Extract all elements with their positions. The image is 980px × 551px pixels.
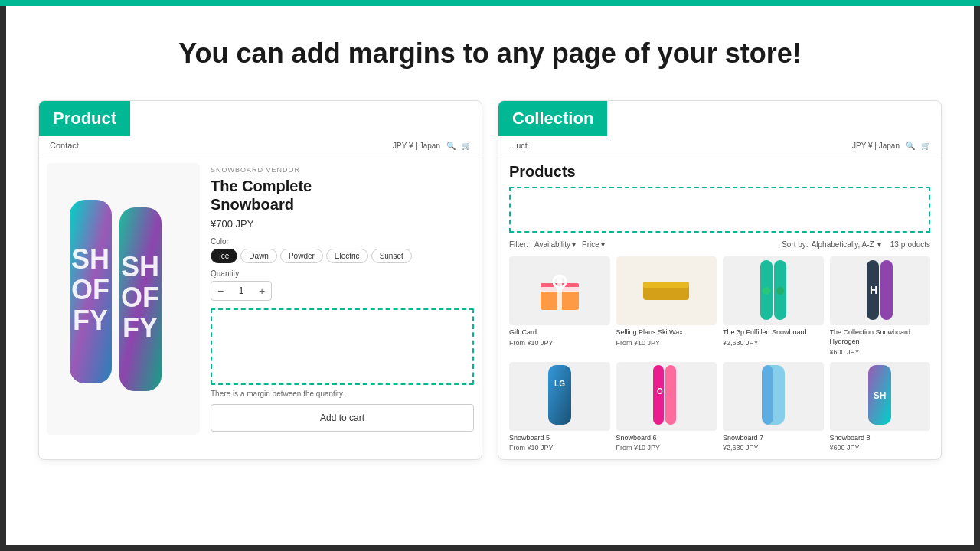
- collection-badge: Collection: [512, 109, 593, 128]
- collection-title: Products: [509, 163, 930, 181]
- sort-group: Sort by: Alphabetically, A-Z ▾ 13 produc…: [782, 240, 930, 249]
- qty-value: 1: [230, 285, 253, 296]
- grid-item-wax: Selling Plans Ski Wax From ¥10 JPY: [616, 256, 717, 355]
- color-options: Ice Dawn Powder Electric Sunset: [211, 249, 474, 263]
- grid-item-sb-green: The 3p Fulfilled Snowboard ¥2,630 JPY: [723, 256, 824, 355]
- qty-control: − 1 +: [211, 281, 272, 301]
- svg-text:SH: SH: [71, 243, 109, 275]
- qty-increase[interactable]: +: [253, 282, 271, 300]
- sb-dark-name: The Collection Snowboard: Hydrogen: [830, 328, 931, 346]
- product-image: SH OF FY SH OF FY: [58, 192, 188, 406]
- main-container: You can add margins to any page of your …: [6, 6, 974, 545]
- gift-card-name: Gift Card: [509, 328, 610, 337]
- svg-rect-20: [880, 260, 893, 320]
- svg-rect-14: [643, 282, 689, 288]
- grid-item-gift: Gift Card From ¥10 JPY: [509, 256, 610, 355]
- vendor-label: SNOWBOARD VENDOR: [211, 166, 474, 174]
- gift-card-img: [509, 256, 610, 325]
- price-chevron: ▾: [601, 240, 605, 249]
- collection-nav-contact[interactable]: ...uct: [509, 141, 528, 150]
- svg-point-18: [776, 287, 784, 295]
- collection-filters: Filter: Availability ▾ Price ▾ Sort by: …: [509, 240, 930, 249]
- svg-rect-25: [665, 365, 676, 425]
- sb-pink-name: Snowboard 6: [616, 434, 717, 443]
- svg-text:LG: LG: [554, 380, 565, 388]
- sb-dark-price: ¥600 JPY: [830, 348, 931, 356]
- wax-price: From ¥10 JPY: [616, 339, 717, 347]
- collection-search-icon[interactable]: 🔍: [906, 142, 915, 150]
- collection-card: Collection ...uct JPY ¥ | Japan 🔍 🛒 Prod…: [498, 100, 942, 460]
- product-details: SNOWBOARD VENDOR The Complete Snowboard …: [211, 163, 474, 435]
- svg-point-16: [763, 287, 770, 295]
- sb-green-img: [723, 256, 824, 325]
- svg-text:O: O: [657, 387, 663, 396]
- collection-dashed-box: [509, 187, 930, 233]
- grid-item-sb-blue: LG Snowboard 5 From ¥10 JPY: [509, 362, 610, 452]
- sb-blue-price: From ¥10 JPY: [509, 444, 610, 452]
- sb-pink-img: O: [616, 362, 717, 431]
- collection-body: Products Filter: Availability ▾ Price ▾: [498, 155, 941, 459]
- product-price: ¥700 JPY: [211, 218, 474, 230]
- color-label: Color: [211, 237, 474, 246]
- color-ice[interactable]: Ice: [211, 249, 237, 263]
- cards-row: Product Contact JPY ¥ | Japan 🔍 🛒: [38, 100, 942, 460]
- collection-nav: ...uct JPY ¥ | Japan 🔍 🛒: [498, 136, 941, 155]
- sb-blue-name: Snowboard 5: [509, 434, 610, 443]
- sort-chevron: ▾: [877, 240, 881, 249]
- margin-dashed-box: [211, 308, 474, 385]
- grid-item-sb-purple: SH Snowboard 8 ¥600 JPY: [830, 362, 931, 452]
- sort-value[interactable]: Alphabetically, A-Z: [812, 240, 874, 249]
- nav-contact[interactable]: Contact: [50, 141, 79, 150]
- wax-img: [616, 256, 717, 325]
- collection-nav-currency[interactable]: JPY ¥ | Japan: [852, 142, 900, 150]
- sb-dark-img: H: [830, 256, 931, 325]
- color-electric[interactable]: Electric: [326, 249, 368, 263]
- grid-item-sb-dark: H The Collection Snowboard: Hydrogen ¥60…: [830, 256, 931, 355]
- collection-cart-icon[interactable]: 🛒: [921, 142, 930, 150]
- svg-text:OF: OF: [71, 274, 109, 305]
- sb-light-name: Snowboard 7: [723, 434, 824, 443]
- sb-pink-price: From ¥10 JPY: [616, 444, 717, 452]
- add-to-cart-button[interactable]: Add to cart: [211, 404, 474, 432]
- svg-text:FY: FY: [122, 312, 158, 344]
- search-icon[interactable]: 🔍: [446, 142, 456, 150]
- svg-text:H: H: [870, 284, 877, 296]
- sort-label: Sort by:: [782, 240, 808, 249]
- page-headline: You can add margins to any page of your …: [178, 37, 801, 70]
- color-powder[interactable]: Powder: [280, 249, 323, 263]
- sb-blue-img: LG: [509, 362, 610, 431]
- grid-item-sb-pink: O Snowboard 6 From ¥10 JPY: [616, 362, 717, 452]
- sb-purple-img: SH: [830, 362, 931, 431]
- product-image-area: SH OF FY SH OF FY: [47, 163, 200, 435]
- svg-rect-10: [557, 276, 562, 310]
- availability-filter[interactable]: Availability ▾: [534, 240, 576, 249]
- sb-light-img: [723, 362, 824, 431]
- qty-label: Quantity: [211, 269, 474, 278]
- product-card: Product Contact JPY ¥ | Japan 🔍 🛒: [38, 100, 482, 460]
- sb-green-price: ¥2,630 JPY: [723, 339, 824, 347]
- svg-text:OF: OF: [121, 282, 159, 313]
- color-dawn[interactable]: Dawn: [240, 249, 277, 263]
- availability-chevron: ▾: [572, 240, 576, 249]
- svg-text:FY: FY: [73, 305, 108, 336]
- filter-label: Filter:: [509, 240, 528, 249]
- product-grid: Gift Card From ¥10 JPY Selling Plans Ski…: [509, 256, 930, 452]
- filter-group: Filter: Availability ▾ Price ▾: [509, 240, 605, 249]
- product-body: SH OF FY SH OF FY SNOWBOARD VENDOR The C…: [39, 155, 482, 442]
- svg-rect-28: [762, 365, 773, 425]
- qty-decrease[interactable]: −: [211, 282, 230, 300]
- sb-green-name: The 3p Fulfilled Snowboard: [723, 328, 824, 337]
- product-count: 13 products: [890, 240, 930, 249]
- svg-rect-22: [548, 365, 571, 425]
- cart-icon[interactable]: 🛒: [462, 142, 471, 150]
- nav-currency[interactable]: JPY ¥ | Japan: [393, 142, 440, 150]
- margin-note: There is a margin between the quantity.: [211, 390, 474, 398]
- sb-light-price: ¥2,630 JPY: [723, 444, 824, 452]
- gift-card-price: From ¥10 JPY: [509, 339, 610, 347]
- price-filter[interactable]: Price ▾: [582, 240, 605, 249]
- color-sunset[interactable]: Sunset: [371, 249, 412, 263]
- product-badge: Product: [53, 109, 116, 128]
- svg-text:SH: SH: [121, 251, 159, 282]
- product-title: The Complete Snowboard: [211, 177, 474, 214]
- grid-item-sb-light: Snowboard 7 ¥2,630 JPY: [723, 362, 824, 452]
